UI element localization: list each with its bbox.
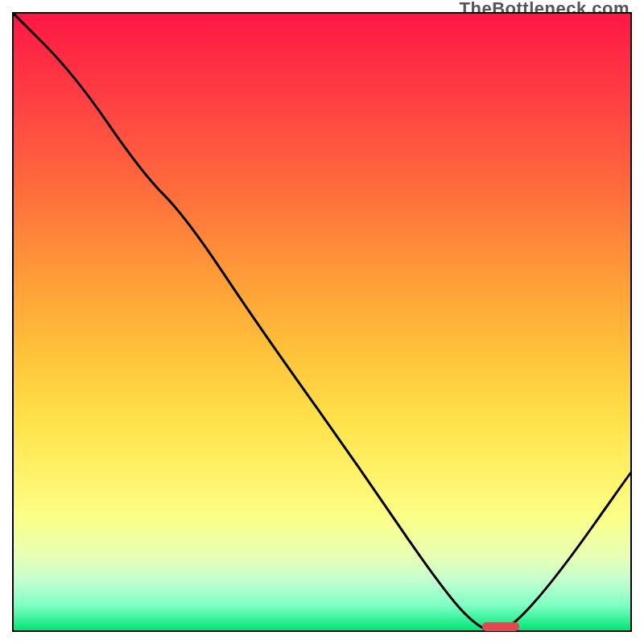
bottleneck-marker [482,622,519,631]
chart-gradient-area [12,12,632,632]
bottleneck-chart: TheBottleneck.com [0,0,644,644]
